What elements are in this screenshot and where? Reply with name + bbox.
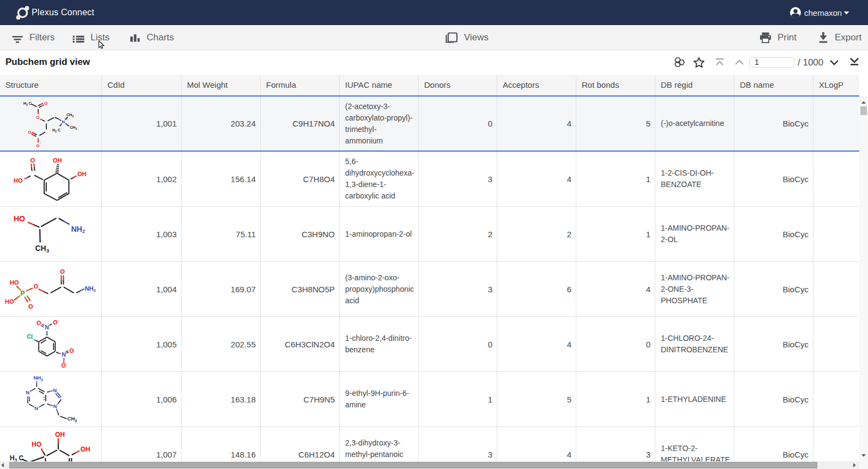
svg-text:O: O (45, 101, 48, 106)
svg-text:N: N (34, 405, 38, 411)
svg-text:O: O (37, 320, 41, 326)
svg-text:O: O (69, 347, 74, 354)
svg-text:CH3: CH3 (35, 244, 50, 254)
svg-text:H3 C: H3 C (52, 128, 61, 134)
svg-text:HO: HO (5, 298, 14, 305)
svg-text:NH2: NH2 (71, 225, 86, 234)
svg-text:O: O (31, 157, 35, 164)
svg-text:O: O (62, 362, 66, 369)
svg-text:O: O (34, 283, 39, 290)
svg-text:HO: HO (14, 177, 23, 184)
svg-text:CH3: CH3 (68, 416, 77, 423)
svg-text:N: N (45, 324, 49, 330)
svg-text:HO: HO (14, 214, 25, 223)
svg-text:OH: OH (53, 157, 62, 164)
svg-text:N: N (53, 387, 57, 393)
svg-text:P: P (21, 290, 25, 297)
svg-text:-: - (66, 361, 68, 366)
svg-text:N: N (26, 389, 29, 395)
svg-text:-: - (58, 318, 59, 323)
svg-text:O: O (28, 303, 33, 310)
svg-text:NH2: NH2 (85, 285, 96, 293)
svg-text:-: - (40, 141, 41, 145)
svg-text:NH2: NH2 (34, 375, 44, 382)
svg-text:N: N (62, 351, 66, 358)
svg-text:OH: OH (55, 431, 65, 438)
svg-text:O: O (37, 143, 40, 148)
svg-text:O: O (60, 268, 65, 275)
svg-text:OH: OH (81, 446, 91, 453)
svg-text:OH: OH (77, 171, 87, 177)
svg-text:HO: HO (10, 279, 19, 286)
svg-text:HO: HO (32, 441, 41, 448)
svg-text:O: O (53, 319, 57, 326)
svg-text:H3 C: H3 C (23, 101, 32, 107)
svg-text:CH3: CH3 (70, 125, 77, 131)
svg-text:N: N (62, 119, 65, 124)
svg-text:N: N (53, 403, 57, 409)
svg-text:O: O (28, 130, 32, 135)
svg-text:O: O (37, 115, 40, 120)
svg-text:Cl: Cl (27, 333, 33, 340)
